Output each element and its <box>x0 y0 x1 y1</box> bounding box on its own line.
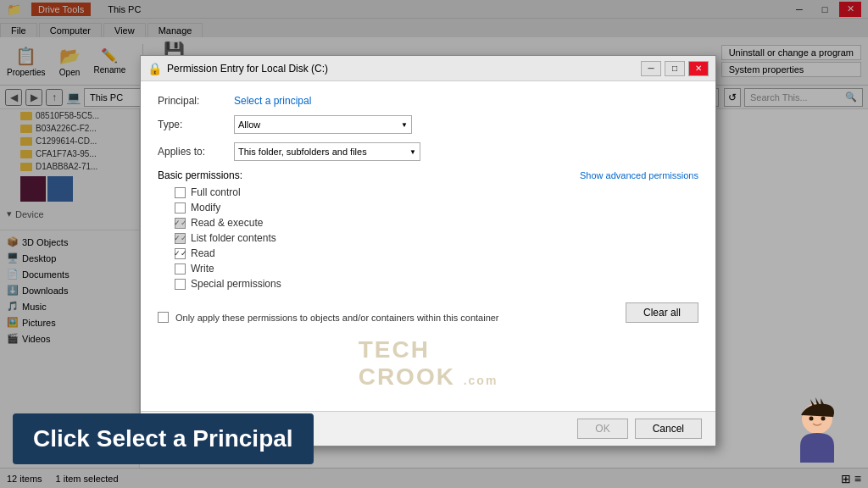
full-control-label: Full control <box>191 186 241 198</box>
svg-point-5 <box>821 417 826 421</box>
apply-only-label: Only apply these permissions to objects … <box>175 313 499 323</box>
apply-section: Only apply these permissions to objects … <box>158 302 698 323</box>
svg-point-4 <box>810 417 814 421</box>
select-principal-link[interactable]: Select a principal <box>234 95 311 107</box>
type-value: Allow <box>238 119 260 130</box>
read-checkbox[interactable]: ✓ <box>175 248 186 259</box>
dialog-title-area: 🔒 Permission Entry for Local Disk (C:) <box>147 62 328 75</box>
applies-select[interactable]: This folder, subfolders and files ▼ <box>234 142 420 161</box>
dialog-controls: ─ □ ✕ <box>641 61 709 76</box>
special-permissions-checkbox[interactable] <box>175 279 186 290</box>
perm-full-control: Full control <box>158 186 698 198</box>
applies-dropdown-arrow: ▼ <box>409 148 416 156</box>
type-label: Type: <box>158 119 234 130</box>
applies-label: Applies to: <box>158 146 234 158</box>
perm-modify: Modify <box>158 202 698 214</box>
dialog-maximize-button[interactable]: □ <box>665 61 685 76</box>
type-dropdown-arrow: ▼ <box>401 121 408 129</box>
apply-row: Only apply these permissions to objects … <box>158 312 499 323</box>
principal-label: Principal: <box>158 95 234 107</box>
read-execute-checkbox[interactable]: ✓ <box>175 218 186 229</box>
principal-row: Principal: Select a principal <box>158 95 698 107</box>
show-advanced-link[interactable]: Show advanced permissions <box>580 170 698 180</box>
dialog-title: Permission Entry for Local Disk (C:) <box>167 63 328 75</box>
dialog-titlebar: 🔒 Permission Entry for Local Disk (C:) ─… <box>141 56 715 81</box>
write-checkbox[interactable] <box>175 263 186 274</box>
modify-label: Modify <box>191 202 220 214</box>
modify-checkbox[interactable] <box>175 202 186 214</box>
list-folder-checkbox[interactable]: ✓ <box>175 233 186 244</box>
avatar-svg <box>783 395 851 463</box>
perm-special: Special permissions <box>158 278 698 290</box>
type-select[interactable]: Allow ▼ <box>234 115 412 134</box>
apply-only-checkbox[interactable] <box>158 312 169 323</box>
read-label: Read <box>191 247 215 259</box>
perm-list-folder: ✓ List folder contents <box>158 232 698 244</box>
dialog-icon: 🔒 <box>147 62 162 75</box>
type-row: Type: Allow ▼ <box>158 115 698 134</box>
dialog-close-button[interactable]: ✕ <box>688 61 709 76</box>
dialog-minimize-button[interactable]: ─ <box>641 61 661 76</box>
dialog-body: Principal: Select a principal Type: Allo… <box>141 81 715 411</box>
watermark: TECHCROOK .com <box>158 330 698 397</box>
ok-button[interactable]: OK <box>577 419 627 439</box>
basic-permissions-label: Basic permissions: <box>158 169 242 181</box>
avatar <box>783 395 851 463</box>
perm-read-execute: ✓ Read & execute <box>158 217 698 229</box>
applies-value: This folder, subfolders and files <box>238 147 367 157</box>
permissions-header: Basic permissions: Show advanced permiss… <box>158 169 698 181</box>
perm-read: ✓ Read <box>158 247 698 259</box>
applies-row: Applies to: This folder, subfolders and … <box>158 142 698 161</box>
perm-write: Write <box>158 263 698 274</box>
permission-dialog: 🔒 Permission Entry for Local Disk (C:) ─… <box>140 55 716 446</box>
cancel-button[interactable]: Cancel <box>635 419 702 439</box>
special-permissions-label: Special permissions <box>191 278 281 290</box>
read-execute-label: Read & execute <box>191 217 263 229</box>
list-folder-label: List folder contents <box>191 232 276 244</box>
tooltip-text: Click Select a Principal <box>33 425 293 452</box>
tooltip-box: Click Select a Principal <box>13 413 314 464</box>
write-label: Write <box>191 263 214 274</box>
full-control-checkbox[interactable] <box>175 187 186 198</box>
clear-all-button[interactable]: Clear all <box>626 302 698 323</box>
